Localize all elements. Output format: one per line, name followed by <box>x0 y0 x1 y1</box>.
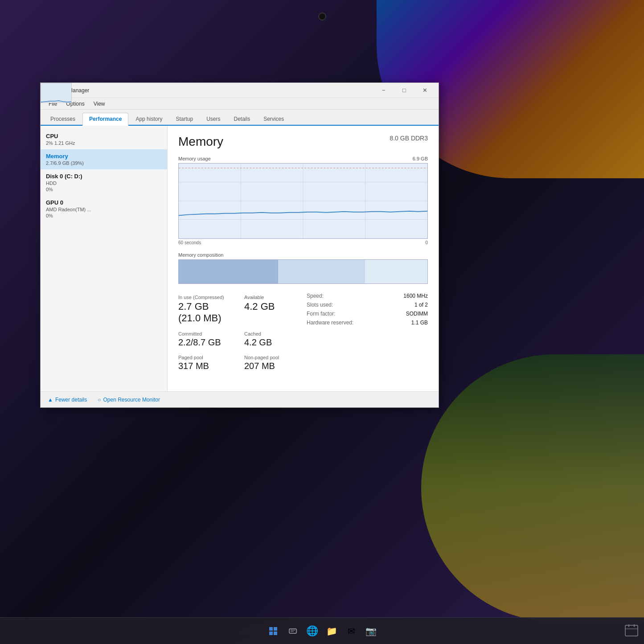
gpu-sublabel: AMD Radeon(TM) ... <box>46 207 162 212</box>
cpu-label: CPU <box>46 133 162 139</box>
comp-available <box>278 260 365 283</box>
gpu-label: GPU 0 <box>46 199 162 206</box>
speed-value: 1600 MHz <box>403 293 428 299</box>
content-area: CPU 2% 1.21 GHz Memory 2.7/6.9 GB (39%) <box>41 126 439 391</box>
memory-usage-max: 6.9 GB <box>413 156 428 161</box>
available-value: 4.2 GB <box>244 301 299 312</box>
stats-lower: In use (Compressed) 2.7 GB (21.0 MB) Ava… <box>178 293 428 373</box>
gpu-sublabel2: 0% <box>46 213 162 218</box>
available-label: Available <box>244 295 299 300</box>
tab-details[interactable]: Details <box>227 113 256 125</box>
disk-label: Disk 0 (C: D:) <box>46 173 162 180</box>
close-button[interactable]: ✕ <box>414 83 435 98</box>
available-block: Available 4.2 GB <box>244 293 299 326</box>
tab-processes[interactable]: Processes <box>44 113 82 125</box>
chart-bottom-labels: 60 seconds 0 <box>178 240 428 245</box>
tab-users[interactable]: Users <box>200 113 226 125</box>
chart-label-row: Memory usage 6.9 GB <box>178 156 428 161</box>
svg-rect-17 <box>274 627 277 631</box>
sidebar-item-memory[interactable]: Memory 2.7/6.9 GB (39%) <box>41 149 167 169</box>
mail-taskbar-icon[interactable]: ✉ <box>344 623 360 639</box>
task-manager-window: Task Manager − □ ✕ File Options View Pro… <box>40 82 439 408</box>
speed-row: Speed: 1600 MHz <box>307 293 428 299</box>
maximize-button[interactable]: □ <box>394 83 414 98</box>
non-paged-pool-block: Non-paged pool 207 MB <box>244 353 299 373</box>
slots-row: Slots used: 1 of 2 <box>307 302 428 308</box>
chart-min-label: 0 <box>425 240 428 245</box>
non-paged-pool-value: 207 MB <box>244 361 299 371</box>
cached-value: 4.2 GB <box>244 337 299 348</box>
resource-monitor-icon: ○ <box>98 397 101 403</box>
minimize-button[interactable]: − <box>373 83 394 98</box>
memory-label: Memory <box>46 153 162 160</box>
non-paged-pool-label: Non-paged pool <box>244 355 299 360</box>
sidebar-item-gpu[interactable]: GPU 0 AMD Radeon(TM) ... 0% <box>41 196 167 222</box>
file-explorer-taskbar-icon[interactable]: 📁 <box>324 623 340 639</box>
main-header: Memory 8.0 GB DDR3 <box>178 135 428 149</box>
start-button[interactable] <box>265 623 281 639</box>
svg-rect-19 <box>274 632 277 635</box>
hw-reserved-value: 1.1 GB <box>411 320 428 326</box>
search-taskbar-icon[interactable] <box>285 623 301 639</box>
cached-label: Cached <box>244 331 299 336</box>
memory-usage-chart <box>178 163 428 239</box>
disk-sidebar-info: Disk 0 (C: D:) HDD 0% <box>46 173 162 192</box>
paged-pool-label: Paged pool <box>178 355 234 360</box>
composition-label: Memory composition <box>178 252 428 258</box>
stats-right: Speed: 1600 MHz Slots used: 1 of 2 Form … <box>307 293 428 373</box>
comp-in-use <box>179 260 278 283</box>
fewer-details-link[interactable]: ▲ Fewer details <box>48 397 87 403</box>
memory-composition-section: Memory composition <box>178 252 428 284</box>
hw-reserved-row: Hardware reserved: 1.1 GB <box>307 320 428 326</box>
tab-bar: Processes Performance App history Startu… <box>41 110 439 126</box>
chart-time-label: 60 seconds <box>178 240 201 245</box>
memory-sublabel: 2.7/6.9 GB (39%) <box>46 160 162 166</box>
menu-bar: File Options View <box>41 98 439 110</box>
speed-label: Speed: <box>307 293 324 299</box>
committed-label: Committed <box>178 331 234 336</box>
in-use-value: 2.7 GB (21.0 MB) <box>178 301 234 324</box>
title-bar: Task Manager − □ ✕ <box>41 83 439 98</box>
hw-reserved-label: Hardware reserved: <box>307 320 353 326</box>
sidebar-item-cpu[interactable]: CPU 2% 1.21 GHz <box>41 129 167 149</box>
tab-performance[interactable]: Performance <box>82 113 128 126</box>
main-panel: Memory 8.0 GB DDR3 Memory usage 6.9 GB <box>168 126 439 391</box>
bottom-bar: ▲ Fewer details ○ Open Resource Monitor <box>41 391 439 407</box>
tab-startup[interactable]: Startup <box>169 113 199 125</box>
tab-app-history[interactable]: App history <box>129 113 168 125</box>
window-title: Task Manager <box>56 87 373 94</box>
disk-sublabel2: HDD <box>46 180 162 186</box>
in-use-block: In use (Compressed) 2.7 GB (21.0 MB) <box>178 293 234 326</box>
cached-block: Cached 4.2 GB <box>244 329 299 349</box>
tab-services[interactable]: Services <box>257 113 290 125</box>
in-use-label: In use (Compressed) <box>178 295 234 300</box>
sidebar-item-disk[interactable]: Disk 0 (C: D:) HDD 0% <box>41 169 167 196</box>
open-resource-monitor-link[interactable]: ○ Open Resource Monitor <box>98 397 160 403</box>
form-factor-value: SODIMM <box>406 311 428 317</box>
cpu-sublabel: 2% 1.21 GHz <box>46 140 162 146</box>
taskbar: 🌐 📁 ✉ 📷 <box>0 617 644 644</box>
taskbar-system-tray <box>624 623 639 639</box>
memory-spec: 8.0 GB DDR3 <box>390 135 428 142</box>
fewer-details-icon: ▲ <box>48 397 53 403</box>
comp-standby <box>365 260 427 283</box>
fewer-details-label: Fewer details <box>55 397 87 403</box>
disk-sublabel3: 0% <box>46 187 162 192</box>
open-resource-monitor-label: Open Resource Monitor <box>103 397 160 403</box>
paged-pool-block: Paged pool 317 MB <box>178 353 234 373</box>
media-taskbar-icon[interactable]: 📷 <box>363 623 379 639</box>
slots-label: Slots used: <box>307 302 333 308</box>
edge-taskbar-icon[interactable]: 🌐 <box>304 623 320 639</box>
slots-value: 1 of 2 <box>414 302 428 308</box>
svg-rect-16 <box>269 627 273 631</box>
main-title: Memory <box>178 135 223 149</box>
cpu-sidebar-info: CPU 2% 1.21 GHz <box>46 133 162 146</box>
memory-usage-label: Memory usage <box>178 156 211 161</box>
webcam <box>318 12 326 21</box>
committed-block: Committed 2.2/8.7 GB <box>178 329 234 349</box>
sidebar: CPU 2% 1.21 GHz Memory 2.7/6.9 GB (39%) <box>41 126 168 391</box>
menu-view[interactable]: View <box>89 100 110 108</box>
memory-sidebar-info: Memory 2.7/6.9 GB (39%) <box>46 153 162 166</box>
system-clock <box>624 623 639 639</box>
gpu-sidebar-info: GPU 0 AMD Radeon(TM) ... 0% <box>46 199 162 218</box>
